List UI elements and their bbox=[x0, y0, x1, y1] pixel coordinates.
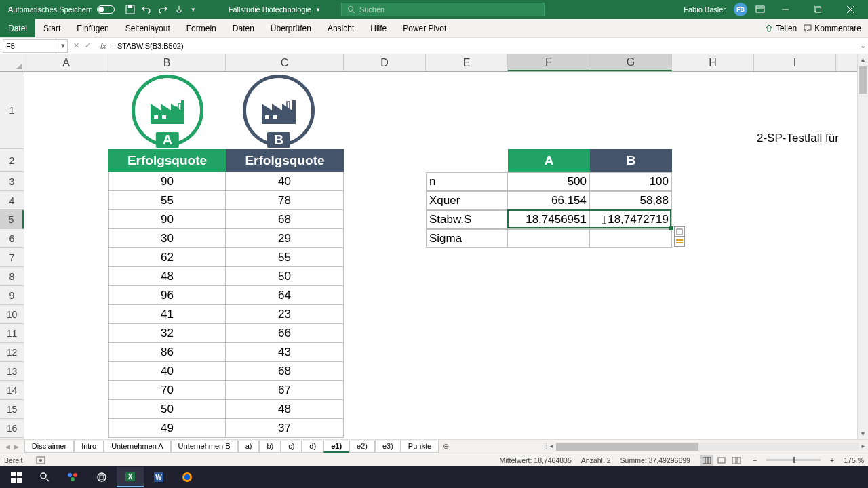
cell-C13[interactable]: 68 bbox=[226, 362, 344, 381]
cell-E4[interactable]: Xquer bbox=[426, 191, 508, 210]
row-header-7[interactable]: 7 bbox=[0, 248, 24, 267]
cell-E6[interactable]: Sigma bbox=[426, 229, 508, 248]
row-header-5[interactable]: 5 bbox=[0, 210, 24, 229]
autosave-toggle[interactable]: Automatisches Speichern bbox=[3, 5, 120, 14]
cancel-formula-icon[interactable]: ✕ bbox=[73, 41, 79, 50]
cell-F4[interactable]: 66,154 bbox=[508, 191, 590, 210]
sheet-tab-UnternehmenA[interactable]: Unternehmen A bbox=[104, 441, 170, 453]
column-header-H[interactable]: H bbox=[672, 54, 754, 71]
hscroll-thumb[interactable] bbox=[556, 443, 698, 451]
cell-C2[interactable]: Erfolgsquote bbox=[226, 149, 344, 172]
column-header-C[interactable]: C bbox=[226, 54, 344, 71]
scroll-down-button[interactable]: ▼ bbox=[858, 428, 868, 439]
sheet-tab-e2[interactable]: e2) bbox=[349, 441, 375, 453]
cell-C9[interactable]: 64 bbox=[226, 286, 344, 305]
minimize-button[interactable] bbox=[773, 0, 797, 19]
cell-B8[interactable]: 48 bbox=[108, 267, 226, 286]
column-header-I[interactable]: I bbox=[754, 54, 836, 71]
quick-analysis-icon[interactable] bbox=[674, 236, 685, 247]
row-header-15[interactable]: 15 bbox=[0, 400, 24, 419]
ribbon-tab-help[interactable]: Hilfe bbox=[362, 19, 395, 37]
cell-E3[interactable]: n bbox=[426, 172, 508, 191]
touch-icon[interactable] bbox=[174, 5, 184, 14]
comments-button[interactable]: Kommentare bbox=[804, 24, 861, 33]
select-all-button[interactable] bbox=[0, 54, 24, 72]
cell-G3[interactable]: 100 bbox=[590, 172, 672, 191]
formula-input[interactable]: =STABW.S(B3:B502) bbox=[111, 42, 857, 50]
ribbon-display-icon[interactable] bbox=[755, 5, 765, 14]
redo-icon[interactable] bbox=[158, 5, 167, 14]
cell-B14[interactable]: 70 bbox=[108, 381, 226, 400]
sheet-tab-c[interactable]: c) bbox=[281, 441, 302, 453]
row-header-10[interactable]: 10 bbox=[0, 305, 24, 324]
spreadsheet-grid[interactable]: ABCDEFGHI 12345678910111213141516 A B Er… bbox=[0, 54, 868, 439]
sheet-nav[interactable]: ◄► bbox=[0, 443, 24, 451]
cell-B15[interactable]: 50 bbox=[108, 400, 226, 419]
record-macro-icon[interactable] bbox=[36, 456, 45, 464]
add-sheet-button[interactable]: ⊕ bbox=[439, 442, 452, 451]
row-header-8[interactable]: 8 bbox=[0, 267, 24, 286]
cell-B11[interactable]: 32 bbox=[108, 324, 226, 343]
scroll-up-button[interactable]: ▲ bbox=[858, 54, 868, 65]
sheet-tab-d[interactable]: d) bbox=[302, 441, 323, 453]
cell-F3[interactable]: 500 bbox=[508, 172, 590, 191]
sheet-tab-UnternehmenB[interactable]: Unternehmen B bbox=[171, 441, 238, 453]
zoom-out-button[interactable]: − bbox=[753, 456, 757, 464]
hscroll-left[interactable]: ◄ bbox=[547, 443, 556, 449]
cell-G5[interactable]: 18,7472719 bbox=[590, 210, 672, 229]
word-taskbar-icon[interactable]: W bbox=[145, 467, 172, 487]
row-header-6[interactable]: 6 bbox=[0, 229, 24, 248]
ribbon-tab-layout[interactable]: Seitenlayout bbox=[117, 19, 178, 37]
search-box[interactable]: Suchen bbox=[341, 3, 545, 16]
cell-B4[interactable]: 55 bbox=[108, 191, 226, 210]
page-layout-button[interactable] bbox=[715, 455, 728, 466]
user-avatar[interactable]: FB bbox=[734, 3, 747, 16]
column-header-G[interactable]: G bbox=[590, 54, 672, 71]
sheet-tab-Intro[interactable]: Intro bbox=[74, 441, 104, 453]
cell-C5[interactable]: 68 bbox=[226, 210, 344, 229]
cell-F2[interactable]: A bbox=[508, 149, 590, 172]
cell-C10[interactable]: 23 bbox=[226, 305, 344, 324]
cell-B7[interactable]: 62 bbox=[108, 248, 226, 267]
row-header-16[interactable]: 16 bbox=[0, 419, 24, 438]
cell-C8[interactable]: 50 bbox=[226, 267, 344, 286]
name-box[interactable]: F5 bbox=[3, 39, 58, 53]
ribbon-tab-view[interactable]: Ansicht bbox=[319, 19, 362, 37]
sheet-tab-Punkte[interactable]: Punkte bbox=[401, 441, 439, 453]
cell-B6[interactable]: 30 bbox=[108, 229, 226, 248]
sheet-tab-e1[interactable]: e1) bbox=[323, 441, 349, 453]
start-button[interactable] bbox=[3, 467, 30, 487]
row-header-2[interactable]: 2 bbox=[0, 149, 24, 172]
cell-G6[interactable] bbox=[590, 229, 672, 248]
user-name[interactable]: Fabio Basler bbox=[684, 5, 726, 14]
chevron-down-icon[interactable]: ▼ bbox=[315, 7, 321, 13]
excel-taskbar-icon[interactable]: X bbox=[117, 467, 144, 487]
cell-C12[interactable]: 43 bbox=[226, 343, 344, 362]
fx-label[interactable]: fx bbox=[96, 42, 111, 50]
sheet-tab-Disclaimer[interactable]: Disclaimer bbox=[24, 441, 74, 453]
cell-B2[interactable]: Erfolgsquote bbox=[108, 149, 226, 172]
firefox-taskbar-icon[interactable] bbox=[174, 467, 201, 487]
cells-area[interactable]: A B ErfolgsquoteErfolgsquoteAB9040557890… bbox=[24, 72, 857, 439]
cell-C11[interactable]: 66 bbox=[226, 324, 344, 343]
share-button[interactable]: Teilen bbox=[765, 24, 797, 33]
name-box-dropdown[interactable]: ▾ bbox=[58, 39, 68, 53]
row-header-11[interactable]: 11 bbox=[0, 324, 24, 343]
page-break-button[interactable] bbox=[730, 455, 743, 466]
column-header-D[interactable]: D bbox=[344, 54, 426, 71]
column-header-F[interactable]: F bbox=[508, 54, 590, 71]
row-header-12[interactable]: 12 bbox=[0, 343, 24, 362]
sheet-tab-a[interactable]: a) bbox=[238, 441, 260, 453]
cell-C16[interactable]: 37 bbox=[226, 419, 344, 438]
sheet-tab-b[interactable]: b) bbox=[259, 441, 281, 453]
row-header-9[interactable]: 9 bbox=[0, 286, 24, 305]
cell-F6[interactable] bbox=[508, 229, 590, 248]
column-header-E[interactable]: E bbox=[426, 54, 508, 71]
normal-view-button[interactable] bbox=[700, 455, 713, 466]
toggle-switch[interactable] bbox=[97, 5, 115, 14]
cell-I1[interactable]: 2-SP-Testfall für bbox=[754, 72, 836, 149]
apps-icon[interactable] bbox=[60, 467, 87, 487]
formula-expand-icon[interactable]: ⌄ bbox=[857, 41, 868, 50]
row-header-14[interactable]: 14 bbox=[0, 381, 24, 400]
ribbon-tab-formulas[interactable]: Formeln bbox=[178, 19, 224, 37]
